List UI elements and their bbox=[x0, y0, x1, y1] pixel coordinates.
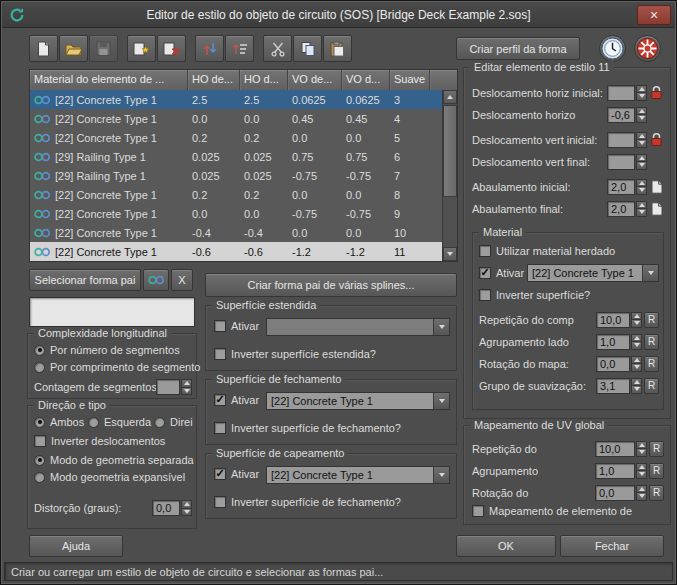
material-enable-checkbox[interactable]: ✓ Ativar bbox=[479, 267, 524, 279]
scrollbar-thumb[interactable] bbox=[443, 105, 457, 197]
radio-expandable-geometry[interactable]: Modo geometria expansível bbox=[34, 471, 185, 483]
cut-element-button[interactable] bbox=[263, 35, 292, 62]
reset-button[interactable]: R bbox=[644, 356, 659, 372]
radio-right[interactable]: Direi bbox=[154, 416, 194, 428]
value-field[interactable]: 1,0 bbox=[595, 463, 635, 479]
table-row[interactable]: [29] Railing Type 10.0250.025-0.75-0.757 bbox=[30, 166, 442, 185]
value-field[interactable] bbox=[607, 85, 635, 101]
table-row[interactable]: [22] Concrete Type 10.00.0-0.75-0.759 bbox=[30, 204, 442, 223]
table-row[interactable]: [22] Concrete Type 10.00.00.450.454 bbox=[30, 109, 442, 128]
spinner[interactable] bbox=[636, 107, 647, 123]
remove-element-button[interactable] bbox=[157, 35, 186, 62]
closure-enable-checkbox[interactable]: ✓ Ativar bbox=[214, 394, 259, 406]
table-row[interactable]: [22] Concrete Type 1-0.6-0.6-1.2-1.211 bbox=[30, 242, 442, 261]
spinner[interactable] bbox=[636, 485, 647, 501]
help-button[interactable]: Ajuda bbox=[29, 535, 123, 557]
reorder-elements-button[interactable] bbox=[195, 35, 224, 62]
reset-button[interactable]: R bbox=[644, 378, 659, 394]
value-field[interactable]: 10,0 bbox=[596, 312, 630, 328]
value-field[interactable]: 0,0 bbox=[596, 356, 630, 372]
spinner[interactable] bbox=[181, 500, 192, 516]
spinner[interactable] bbox=[636, 179, 647, 195]
spinner[interactable] bbox=[636, 201, 647, 217]
spinner[interactable] bbox=[636, 463, 647, 479]
radio-by-segment-count[interactable]: Por número de segmentos bbox=[34, 344, 180, 356]
value-field[interactable] bbox=[607, 154, 635, 170]
extended-material-combo[interactable] bbox=[266, 318, 450, 336]
load-from-file-icon[interactable] bbox=[649, 202, 664, 216]
table-row[interactable]: [22] Concrete Type 10.20.20.00.08 bbox=[30, 185, 442, 204]
extended-enable-checkbox[interactable]: ✓ Ativar bbox=[214, 320, 259, 332]
invert-offsets-checkbox[interactable]: ✓ Inverter deslocamentos bbox=[34, 435, 165, 447]
column-header[interactable]: Suave bbox=[390, 70, 430, 90]
save-style-button[interactable] bbox=[89, 35, 118, 62]
pick-shape-button[interactable] bbox=[143, 269, 169, 291]
spinner[interactable] bbox=[636, 154, 647, 170]
sort-elements-button[interactable] bbox=[225, 35, 254, 62]
radio-separate-geometry[interactable]: Modo de geometria separada bbox=[34, 454, 194, 466]
closure-invert-checkbox[interactable]: ✓ Inverter superfície de fechamento? bbox=[214, 422, 401, 434]
reset-button[interactable]: R bbox=[649, 485, 664, 501]
column-header[interactable]: HO de... bbox=[188, 70, 240, 90]
create-shape-profile-button[interactable]: Criar perfil da forma bbox=[456, 37, 580, 60]
close-button[interactable]: × bbox=[637, 5, 671, 25]
capping-material-combo[interactable]: [22] Concrete Type 1 bbox=[266, 466, 450, 484]
element-mapping-checkbox[interactable]: ✓ Mapeamento de elemento de bbox=[472, 505, 632, 517]
value-field[interactable]: 1,0 bbox=[596, 334, 630, 350]
closure-material-combo[interactable]: [22] Concrete Type 1 bbox=[266, 392, 450, 410]
titlebar[interactable]: Editor de estilo do objeto de circuito (… bbox=[2, 2, 675, 28]
segment-count-field[interactable] bbox=[156, 379, 180, 395]
lock-icon[interactable] bbox=[649, 85, 664, 100]
spinner[interactable] bbox=[181, 379, 192, 395]
value-field[interactable]: -0,6 bbox=[607, 107, 635, 123]
material-invert-checkbox[interactable]: ✓ Inverter superfície? bbox=[479, 289, 590, 301]
capping-enable-checkbox[interactable]: ✓ Ativar bbox=[214, 468, 259, 480]
spinner[interactable] bbox=[631, 356, 642, 372]
spinner[interactable] bbox=[636, 85, 647, 101]
inherited-material-checkbox[interactable]: ✓ Utilizar material herdado bbox=[479, 245, 615, 257]
close-dialog-button[interactable]: Fechar bbox=[560, 535, 664, 557]
spinner[interactable] bbox=[631, 378, 642, 394]
table-scrollbar[interactable] bbox=[442, 90, 457, 261]
lock-icon[interactable] bbox=[649, 132, 664, 147]
open-style-button[interactable] bbox=[59, 35, 88, 62]
value-field[interactable] bbox=[607, 132, 635, 148]
radio-by-segment-length[interactable]: Por comprimento de segmento bbox=[34, 361, 200, 373]
paste-element-button[interactable] bbox=[323, 35, 352, 62]
new-style-button[interactable] bbox=[29, 35, 58, 62]
extended-invert-checkbox[interactable]: ✓ Inverter superfície estendida? bbox=[214, 348, 376, 360]
column-header[interactable]: VO d... bbox=[342, 70, 390, 90]
column-header[interactable]: HO d... bbox=[240, 70, 288, 90]
material-combo[interactable]: [22] Concrete Type 1 bbox=[527, 264, 659, 282]
column-header[interactable]: Material do elemento de ... bbox=[30, 70, 188, 90]
scroll-up-button[interactable] bbox=[443, 90, 457, 104]
radio-left[interactable]: Esquerda bbox=[88, 416, 151, 428]
select-parent-shape-button[interactable]: Selecionar forma pai bbox=[29, 269, 141, 291]
copy-element-button[interactable] bbox=[293, 35, 322, 62]
reset-button[interactable]: R bbox=[644, 312, 659, 328]
value-field[interactable]: 3,1 bbox=[596, 378, 630, 394]
value-field[interactable]: 10,0 bbox=[595, 441, 635, 457]
spinner[interactable] bbox=[636, 132, 647, 148]
table-row[interactable]: [22] Concrete Type 10.20.20.00.05 bbox=[30, 128, 442, 147]
table-row[interactable]: [22] Concrete Type 12.52.50.06250.06253 bbox=[30, 90, 442, 109]
reset-button[interactable]: R bbox=[649, 463, 664, 479]
capping-invert-checkbox[interactable]: ✓ Inverter superfície de fechamento? bbox=[214, 496, 401, 508]
load-from-file-icon[interactable] bbox=[649, 180, 664, 194]
spinner[interactable] bbox=[636, 441, 647, 457]
ok-button[interactable]: OK bbox=[456, 535, 556, 557]
spinner[interactable] bbox=[631, 334, 642, 350]
value-field[interactable]: 0,0 bbox=[595, 485, 635, 501]
spinner[interactable] bbox=[631, 312, 642, 328]
column-header[interactable]: VO de... bbox=[288, 70, 342, 90]
reset-button[interactable]: R bbox=[644, 334, 659, 350]
radio-both[interactable]: Ambos bbox=[34, 416, 84, 428]
reset-button[interactable]: R bbox=[649, 441, 664, 457]
scroll-down-button[interactable] bbox=[443, 247, 457, 261]
settings-button[interactable] bbox=[634, 35, 661, 62]
twist-field[interactable]: 0,0 bbox=[152, 500, 180, 516]
value-field[interactable]: 2,0 bbox=[607, 179, 635, 195]
clock-button[interactable] bbox=[599, 35, 626, 62]
create-parent-shape-button[interactable]: Criar forma pai de várias splines... bbox=[205, 273, 457, 297]
table-row[interactable]: [22] Concrete Type 1-0.4-0.40.00.010 bbox=[30, 223, 442, 242]
